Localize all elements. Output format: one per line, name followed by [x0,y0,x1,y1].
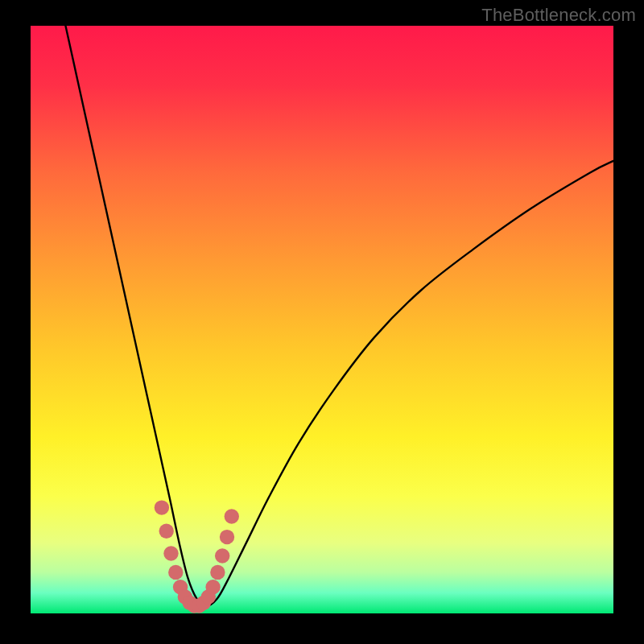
valley-marker [155,500,169,514]
valley-marker [159,524,173,539]
watermark-text: TheBottleneck.com [481,5,636,26]
valley-marker [215,548,229,563]
chart-frame: TheBottleneck.com [0,0,644,644]
curve-layer [31,26,613,613]
valley-markers [155,500,239,613]
valley-marker [210,565,225,580]
bottleneck-curve [65,26,613,606]
valley-marker [163,546,178,560]
plot-area [31,26,613,613]
valley-marker [225,509,239,523]
valley-marker [220,530,234,544]
valley-marker [205,580,220,594]
valley-marker [168,565,183,580]
